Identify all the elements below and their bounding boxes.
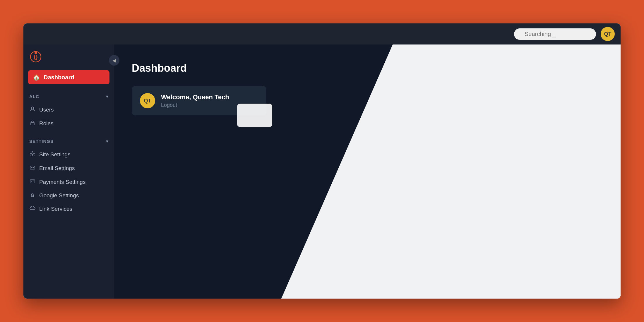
svg-text:{}: {} xyxy=(34,54,38,60)
logout-link[interactable]: Logout xyxy=(161,102,229,108)
sidebar-item-roles[interactable]: Roles xyxy=(28,117,109,130)
topbar-right: 🔍 QT xyxy=(514,27,615,41)
alc-chevron-icon: ▾ xyxy=(106,94,108,99)
svg-rect-7 xyxy=(30,180,35,183)
email-settings-label: Email Settings xyxy=(39,165,75,172)
gear-icon xyxy=(29,151,36,158)
app-logo-icon: {} xyxy=(29,50,42,63)
email-icon xyxy=(29,165,36,172)
credit-card-icon xyxy=(29,179,36,185)
sidebar-logo-row: {} ◀ xyxy=(23,50,114,70)
users-label: Users xyxy=(39,107,54,113)
link-services-label: Link Services xyxy=(39,206,72,212)
browser-window: 🔍 QT {} ◀ 🏠 Dashbo xyxy=(23,23,621,299)
svg-rect-4 xyxy=(31,122,34,125)
sidebar-item-payments-settings[interactable]: Payments Settings xyxy=(28,175,109,189)
svg-point-5 xyxy=(32,153,33,155)
search-wrapper: 🔍 xyxy=(514,28,596,40)
welcome-card-wrapper: QT Welcome, Queen Tech Logout xyxy=(132,86,266,115)
content-overlay: Dashboard QT Welcome, Queen Tech Logout xyxy=(114,44,621,299)
settings-section-label: SETTINGS xyxy=(29,139,54,144)
lock-icon xyxy=(29,120,36,127)
white-card-decoration xyxy=(237,104,272,127)
alc-section-label: ALC xyxy=(29,94,39,99)
main-layout: {} ◀ 🏠 Dashboard ALC ▾ xyxy=(23,44,621,299)
home-icon: 🏠 xyxy=(33,74,40,81)
sidebar: {} ◀ 🏠 Dashboard ALC ▾ xyxy=(23,44,114,299)
welcome-name: Welcome, Queen Tech xyxy=(161,93,229,101)
alc-section-header[interactable]: ALC ▾ xyxy=(28,91,109,102)
user-icon xyxy=(29,106,36,113)
dashboard-content: Dashboard QT Welcome, Queen Tech Logout xyxy=(114,44,621,299)
svg-point-3 xyxy=(31,107,34,109)
sidebar-item-link-services[interactable]: Link Services xyxy=(28,202,109,216)
welcome-avatar: QT xyxy=(140,93,155,108)
sidebar-item-google-settings[interactable]: G Google Settings xyxy=(28,189,109,202)
welcome-text: Welcome, Queen Tech Logout xyxy=(161,93,229,108)
search-input[interactable] xyxy=(514,28,596,40)
user-avatar-top[interactable]: QT xyxy=(601,27,615,41)
page-title: Dashboard xyxy=(132,62,621,74)
sidebar-item-site-settings[interactable]: Site Settings xyxy=(28,148,109,161)
google-settings-label: Google Settings xyxy=(39,192,79,199)
sidebar-item-users[interactable]: Users xyxy=(28,103,109,117)
svg-point-2 xyxy=(35,52,37,54)
sidebar-item-dashboard[interactable]: 🏠 Dashboard xyxy=(28,70,109,84)
browser-topbar: 🔍 QT xyxy=(23,23,621,44)
dashboard-label: Dashboard xyxy=(44,74,74,81)
svg-rect-6 xyxy=(30,166,35,169)
roles-label: Roles xyxy=(39,120,54,127)
settings-chevron-icon: ▾ xyxy=(106,138,108,144)
sidebar-section-alc: ALC ▾ Users xyxy=(23,91,114,130)
site-settings-label: Site Settings xyxy=(39,151,71,158)
google-icon: G xyxy=(29,193,36,198)
sidebar-section-settings: SETTINGS ▾ Site Settings xyxy=(23,136,114,216)
sidebar-item-email-settings[interactable]: Email Settings xyxy=(28,161,109,175)
cloud-icon xyxy=(29,206,36,212)
payments-settings-label: Payments Settings xyxy=(39,179,85,185)
svg-rect-9 xyxy=(31,181,32,182)
settings-section-header[interactable]: SETTINGS ▾ xyxy=(28,136,109,146)
sidebar-collapse-button[interactable]: ◀ xyxy=(109,55,119,66)
